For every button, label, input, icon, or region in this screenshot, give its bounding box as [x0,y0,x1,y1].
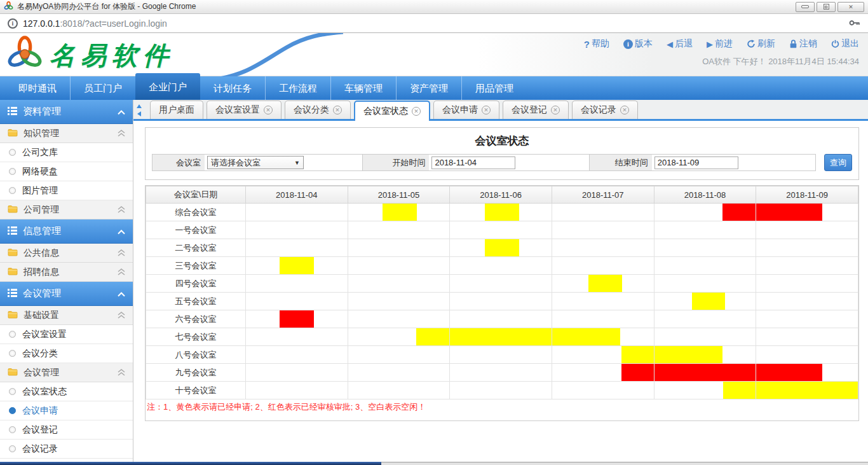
status-block-approved [722,204,756,221]
sidebar-section-资料管理[interactable]: 资料管理 [0,100,133,124]
tab-close-icon[interactable]: ✕ [264,106,273,115]
toolbar-link-前进[interactable]: ▶前进 [707,38,733,50]
tab-close-icon[interactable]: ✕ [551,106,560,115]
sidebar-section-信息管理[interactable]: 信息管理 [0,219,133,244]
search-button[interactable]: 查询 [824,154,852,171]
nav-item-工作流程[interactable]: 工作流程 [265,76,330,100]
tab-会议登记[interactable]: 会议登记✕ [503,101,569,119]
tab-用户桌面[interactable]: 用户桌面 [150,101,203,119]
end-date-input[interactable] [654,156,738,169]
sidebar-item-label: 会议分类 [22,348,58,359]
toolbar-link-版本[interactable]: i版本 [623,38,653,50]
day-cell [450,364,552,382]
sidebar-item-会议室设置[interactable]: 会议室设置 [0,325,133,344]
sidebar-item-label: 图片管理 [22,185,58,197]
radio-icon [9,426,16,433]
sidebar-folder-基础设置[interactable]: 基础设置 [0,306,133,325]
meeting-room-select[interactable]: 请选择会议室▼ [207,156,304,169]
key-icon[interactable] [849,18,860,29]
close-button[interactable]: ✕ [837,2,864,12]
table-row: 八号会议室 [146,346,858,364]
column-header: 2018-11-08 [654,186,756,204]
day-cell [756,328,858,346]
table-row: 三号会议室 [146,257,858,275]
tab-close-icon[interactable]: ✕ [333,106,342,115]
nav-item-计划任务[interactable]: 计划任务 [200,76,265,100]
nav-item-车辆管理[interactable]: 车辆管理 [330,76,396,100]
tab-close-icon[interactable]: ✕ [482,106,491,115]
column-header: 2018-11-09 [756,186,858,204]
sidebar-item-会议申请[interactable]: 会议申请 [0,401,133,420]
column-header: 2018-11-07 [552,186,654,204]
day-cell [348,310,450,328]
sidebar-folder-公共信息[interactable]: 公共信息 [0,244,133,263]
nav-item-资产管理[interactable]: 资产管理 [396,76,461,100]
nav-item-即时通讯[interactable]: 即时通讯 [5,76,70,100]
page-info-icon[interactable]: i [8,18,18,29]
tab-scroll-left-icon[interactable] [137,111,141,116]
room-name-cell: 十号会议室 [146,382,246,399]
day-cell [756,275,858,293]
tab-会议记录[interactable]: 会议记录✕ [572,101,638,119]
toolbar-link-注销[interactable]: 注销 [789,38,817,50]
filter-zone: 请选择会议室▼ [205,155,362,170]
nav-item-员工门户[interactable]: 员工门户 [70,76,135,100]
day-cell [246,257,348,275]
tab-会议申请[interactable]: 会议申请✕ [433,101,499,119]
day-cell [450,204,552,221]
day-cell [246,293,348,310]
minimize-button[interactable] [796,2,815,12]
sidebar-section-会议管理[interactable]: 会议管理 [0,282,133,306]
tab-会议分类[interactable]: 会议分类✕ [285,101,351,119]
sidebar-folder-会议管理[interactable]: 会议管理 [0,363,133,382]
browser-window: 名易MyOA协同办公平台 for 体验版 - Google Chrome ✕ i… [0,0,868,465]
tab-label: 会议申请 [442,104,478,116]
address-bar[interactable]: i 127.0.0.1:8018/?act=userLogin.login [0,14,868,33]
day-cell [348,364,450,382]
sidebar-folder-知识管理[interactable]: 知识管理 [0,124,133,143]
sidebar-folder-公司管理[interactable]: 公司管理 [0,200,133,219]
double-chevron-up-icon [118,205,125,215]
sidebar-item-会议记录[interactable]: 会议记录 [0,440,133,459]
chevron-up-icon [118,288,125,299]
tab-close-icon[interactable]: ✕ [412,107,421,116]
sidebar-folder-招聘信息[interactable]: 招聘信息 [0,263,133,282]
maximize-button[interactable] [817,2,836,12]
tab-label: 会议分类 [294,104,329,116]
toolbar-link-帮助[interactable]: ?帮助 [584,38,609,50]
tab-会议室设置[interactable]: 会议室设置✕ [207,101,281,119]
header-toolbar: ?帮助i版本◀后退▶前进刷新注销退出 [584,38,859,50]
table-row: 九号会议室 [146,364,858,382]
sidebar-item-图片管理[interactable]: 图片管理 [0,181,133,200]
tab-close-icon[interactable]: ✕ [620,106,629,115]
filter-zone [652,155,815,170]
day-cell [654,275,756,293]
sidebar-item-网络硬盘[interactable]: 网络硬盘 [0,162,133,181]
day-cell [552,310,654,328]
toolbar-link-刷新[interactable]: 刷新 [747,38,775,50]
sidebar-item-公司文库[interactable]: 公司文库 [0,143,133,162]
toolbar-link-后退[interactable]: ◀后退 [667,38,693,50]
day-cell [756,204,858,221]
table-row: 六号会议室 [146,310,858,328]
legend-note: 注：1、黄色表示请已经申请; 2、红色表示已经审核审批; 3、空白表示空闲！ [146,399,858,413]
nav-item-企业门户[interactable]: 企业门户 [135,73,200,100]
sidebar-item-会议登记[interactable]: 会议登记 [0,420,133,440]
tab-scroll-up-icon[interactable] [137,104,142,108]
sidebar-item-会议分类[interactable]: 会议分类 [0,344,133,363]
day-cell [552,204,654,221]
table-row: 一号会议室 [146,221,858,239]
nav-item-用品管理[interactable]: 用品管理 [461,76,527,100]
url-text[interactable]: 127.0.0.1:8018/?act=userLogin.login [23,18,167,29]
day-cell [654,328,756,346]
table-row: 二号会议室 [146,239,858,257]
chevron-up-icon [118,226,125,237]
table-row: 七号会议室 [146,328,858,346]
day-cell [348,346,450,364]
folder-icon [8,248,18,258]
sidebar-item-会议室状态[interactable]: 会议室状态 [0,382,133,401]
toolbar-link-退出[interactable]: 退出 [831,38,859,50]
tab-会议室状态[interactable]: 会议室状态✕ [354,101,430,121]
start-date-input[interactable] [431,156,515,169]
toolbar-link-label: 后退 [675,38,693,50]
